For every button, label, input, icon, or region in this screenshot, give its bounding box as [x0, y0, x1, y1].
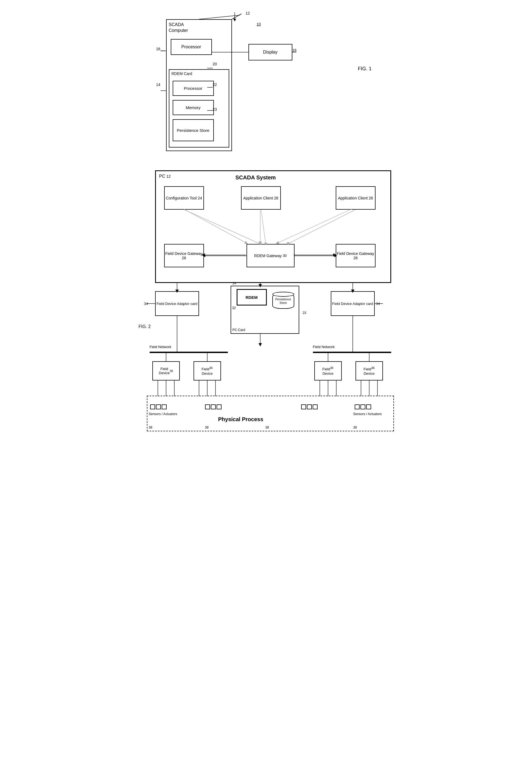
ref-18: 18: [293, 48, 297, 52]
ref-38-3: 38: [265, 426, 269, 430]
scada-computer-outer: SCADAComputer Processor RDEM Card Proces…: [166, 19, 232, 151]
rdem-gateway-box: RDEM Gateway 30: [246, 244, 294, 267]
sensors-actuators-label-left: Sensors / Actuators: [149, 412, 177, 416]
scada-system-title: SCADA System: [236, 174, 276, 181]
ref-34-right: 34: [376, 302, 380, 306]
ref-16: 16: [156, 47, 161, 51]
ref-32: 32: [232, 306, 236, 310]
physical-process-box: Sensors / Actuators Sensors / Actuators: [147, 396, 394, 431]
sensors-center-right: [301, 404, 318, 409]
persistence-store-fig2: Persistence Store: [271, 290, 295, 310]
field-device-2: Field36Device: [193, 361, 221, 380]
svg-line-0: [199, 15, 240, 19]
ref-14: 14: [156, 83, 161, 87]
fig2-title: FIG. 2: [138, 324, 151, 329]
pc-label: PC 12: [159, 174, 171, 179]
ref-22: 22: [213, 83, 217, 87]
sensors-left: [150, 404, 167, 409]
ref-38-2: 38: [205, 426, 209, 430]
field-device-3: Field36Device: [314, 361, 342, 380]
processor-rdem-box: Processor: [173, 81, 214, 96]
ref-12-fig1: 12: [246, 11, 250, 15]
persistence-box: Persistence Store: [173, 119, 214, 141]
svg-marker-9: [233, 19, 236, 22]
field-dev-adaptor-left: Field Device Adaptor card: [155, 291, 199, 316]
sensors-right: [355, 404, 371, 409]
fig1-title: FIG. 1: [358, 66, 371, 72]
field-device-4: Field36Device: [355, 361, 383, 380]
physical-process-title: Physical Process: [218, 416, 264, 423]
rdem-pccard-outer: RDEM 32 PC-Card 14 Persistence Store 23: [231, 286, 299, 334]
ref-34-left: 34: [144, 302, 148, 306]
svg-line-14: [288, 209, 355, 244]
rdem-card-box: RDEM Card Processor Memory Persistence S…: [169, 69, 229, 147]
display-box: Display: [248, 44, 293, 60]
scada-system-box: PC 12 SCADA System Configuration Tool 24…: [155, 170, 391, 283]
svg-line-10: [184, 209, 260, 244]
app-client-center-box: Application Client 26: [241, 186, 281, 209]
ref-14-fig2: 14: [233, 281, 236, 285]
memory-box: Memory: [173, 100, 214, 115]
processor-top-box: Processor: [171, 39, 212, 55]
app-client-right-box: Application Client 26: [336, 186, 376, 209]
field-network-label-right: Field Network: [313, 345, 335, 349]
ref-10: 10: [257, 22, 261, 27]
field-dev-gw-right-box: Field Device Gateway 28: [336, 244, 376, 267]
ref-20: 20: [213, 62, 217, 66]
ref-38-1: 38: [149, 426, 152, 430]
scada-computer-label: SCADAComputer: [169, 22, 188, 33]
sensors-actuators-label-right: Sensors / Actuators: [353, 412, 382, 416]
field-network-left-bar: [150, 352, 228, 353]
ref-23: 23: [213, 107, 217, 112]
field-device-1: FieldDevice36: [152, 361, 180, 380]
rdem-card-label: RDEM Card: [172, 72, 192, 76]
field-network-label-left: Field Network: [150, 345, 171, 349]
ref-38-4: 38: [353, 426, 357, 430]
rdem-inner-box: RDEM: [237, 289, 267, 306]
field-dev-adaptor-right: Field Device Adaptor card: [331, 291, 375, 316]
field-dev-gw-left-box: Field Device Gateway 28: [164, 244, 204, 267]
sensors-center-left: [205, 404, 222, 409]
ref-23-fig2: 23: [302, 311, 306, 315]
field-network-right-bar: [313, 352, 391, 353]
svg-line-12: [261, 209, 266, 244]
pc-card-label: PC-Card: [233, 328, 245, 332]
config-tool-box: Configuration Tool 24: [164, 186, 204, 209]
